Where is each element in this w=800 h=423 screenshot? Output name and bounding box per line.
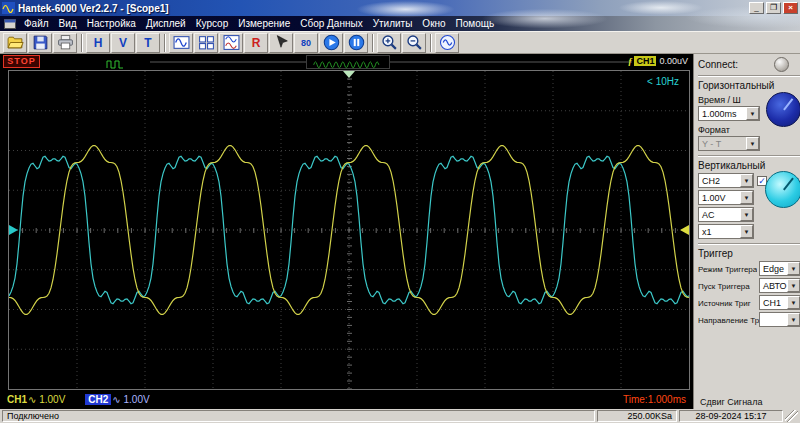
horizontal-section-title: Горизонтальный — [698, 80, 800, 91]
menu-item-2[interactable]: Настройка — [82, 18, 141, 29]
menu-item-8[interactable]: Окно — [417, 18, 450, 29]
timebase-select[interactable]: 1.000ms▼ — [698, 106, 760, 121]
divider — [698, 75, 800, 77]
resize-grip[interactable] — [785, 410, 798, 422]
vertical-panel-button[interactable]: V — [111, 33, 135, 53]
status-bar: Подключено 250.00KSa 28-09-2024 15:17 — [0, 409, 800, 423]
ref-view-button[interactable] — [219, 33, 243, 53]
trigger-level-marker[interactable] — [675, 225, 689, 235]
toolbar-separator — [372, 34, 374, 52]
save-button[interactable] — [28, 33, 52, 53]
trigger-slope-select[interactable]: ▼ — [759, 312, 800, 327]
trigger-position-marker[interactable] — [343, 71, 355, 84]
trigger-source-label: Источник Триг — [698, 299, 751, 308]
volts-div-select[interactable]: 1.00V▼ — [698, 190, 754, 205]
trigger-panel-label: T — [144, 36, 151, 50]
menu-item-6[interactable]: Сбор Данных — [295, 18, 367, 29]
scope-display: < 10Hz — [8, 70, 690, 390]
stop-button[interactable]: STOP — [3, 55, 40, 68]
trigger-panel-button[interactable]: T — [136, 33, 160, 53]
format-select: Y - T▼ — [698, 136, 760, 151]
vertical-section-title: Вертикальный — [698, 160, 800, 171]
trigger-wave-icon — [106, 56, 124, 68]
start-button[interactable] — [319, 33, 343, 53]
toolbar-separator — [164, 34, 166, 52]
trigger-sweep-label: Пуск Триггера — [698, 282, 750, 291]
single-view-button[interactable] — [169, 33, 193, 53]
pause-button[interactable] — [344, 33, 368, 53]
trigger-position-track[interactable] — [150, 61, 632, 63]
status-sample-rate: 250.00KSa — [597, 410, 677, 422]
chevron-down-icon: ▼ — [787, 313, 800, 326]
cursor-measure-button[interactable] — [269, 33, 293, 53]
chevron-down-icon: ▼ — [787, 296, 800, 309]
waveform-plot — [9, 71, 689, 389]
chevron-down-icon: ▼ — [740, 174, 753, 187]
divider — [698, 155, 800, 157]
print-button[interactable] — [53, 33, 77, 53]
zoom-out-button[interactable] — [402, 33, 426, 53]
chevron-down-icon: ▼ — [787, 262, 800, 275]
menu-item-0[interactable]: Файл — [19, 18, 54, 29]
record-label: R — [252, 36, 261, 50]
self-cal-button[interactable] — [435, 33, 459, 53]
chevron-down-icon: ▼ — [746, 137, 759, 150]
scope-bottom-strip: CH1∿ 1.00V CH2∿ 1.00V Time:1.000ms — [0, 390, 693, 409]
probe-select[interactable]: x1▼ — [698, 224, 754, 239]
horizontal-knob[interactable] — [766, 92, 800, 127]
signal-offset-label: Сдвиг Сигнала — [698, 395, 800, 408]
trigger-preview[interactable] — [306, 55, 390, 69]
channel-select[interactable]: CH2▼ — [698, 173, 754, 188]
multi-view-button[interactable] — [194, 33, 218, 53]
control-panel: Connect: Горизонтальный Время / Ш 1.000m… — [693, 54, 800, 409]
timebase-readout: Time:1.000ms — [623, 394, 686, 405]
trigger-level-value: 0.00uV — [659, 56, 688, 66]
maximize-button[interactable]: ❐ — [766, 2, 781, 14]
menu-bar: ФайлВидНастройкаДисплейКурсорИзмерениеСб… — [0, 16, 800, 31]
coupling-select[interactable]: AC▼ — [698, 207, 754, 222]
trigger-section-title: Триггер — [698, 248, 800, 259]
toolbar: HVTR80 — [0, 31, 800, 54]
toolbar-separator — [81, 34, 83, 52]
trigger-source-select[interactable]: CH1▼ — [759, 295, 800, 310]
chevron-down-icon: ▼ — [746, 107, 759, 120]
trigger-mode-label: Режим Триггера — [698, 265, 757, 274]
ch2-readout[interactable]: CH2∿ 1.00V — [85, 394, 149, 405]
trigger-mode-select[interactable]: Edge▼ — [759, 261, 800, 276]
divider — [698, 243, 800, 245]
menu-item-7[interactable]: Утилиты — [368, 18, 418, 29]
window-title: Hantek-6000 Ver2.2.7 - [Scope1] — [18, 3, 169, 14]
chevron-down-icon: ▼ — [740, 225, 753, 238]
connect-button[interactable] — [774, 57, 789, 72]
scope-top-strip: STOP f CH1 0.00uV — [0, 54, 693, 70]
horizontal-panel-button[interactable]: H — [86, 33, 110, 53]
minimize-button[interactable]: _ — [749, 2, 764, 14]
toolbar-separator — [430, 34, 432, 52]
vertical-panel-label: V — [119, 36, 127, 50]
record-button[interactable]: R — [244, 33, 268, 53]
status-datetime: 28-09-2024 15:17 — [679, 410, 783, 422]
open-button[interactable] — [3, 33, 27, 53]
trigger-sweep-select[interactable]: АВТО▼ — [759, 278, 800, 293]
menu-item-5[interactable]: Измерение — [233, 18, 295, 29]
ch2-ground-marker[interactable] — [9, 225, 23, 235]
app-icon — [2, 2, 15, 14]
freq-readout: < 10Hz — [647, 76, 679, 87]
vertical-knob[interactable] — [765, 171, 800, 208]
chevron-down-icon: ▼ — [740, 208, 753, 221]
menu-item-3[interactable]: Дисплей — [141, 18, 191, 29]
mdi-child-icon — [4, 19, 16, 29]
menu-item-4[interactable]: Курсор — [191, 18, 234, 29]
connect-label: Connect: — [698, 59, 738, 70]
menu-item-9[interactable]: Помощь — [451, 18, 500, 29]
zoom-in-button[interactable] — [377, 33, 401, 53]
trigger-level-readout: f CH1 0.00uV — [628, 56, 688, 66]
status-connection: Подключено — [2, 410, 595, 422]
title-bar: Hantek-6000 Ver2.2.7 - [Scope1] _ ❐ × — [0, 0, 800, 16]
counter-button[interactable]: 80 — [294, 33, 318, 53]
chevron-down-icon: ▼ — [740, 191, 753, 204]
close-button[interactable]: × — [783, 2, 798, 14]
scope-area: STOP f CH1 0.00uV < 10Hz CH1∿ 1.00V CH2∿ — [0, 54, 693, 409]
ch1-readout[interactable]: CH1∿ 1.00V — [7, 394, 65, 405]
menu-item-1[interactable]: Вид — [54, 18, 82, 29]
